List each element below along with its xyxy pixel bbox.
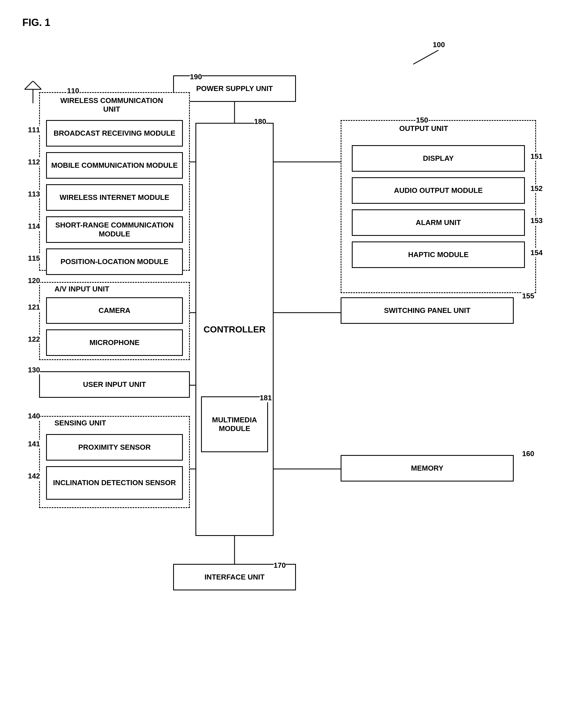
ref-154: 154	[530, 249, 543, 257]
camera-box: CAMERA	[46, 297, 183, 324]
ref-181: 181	[260, 394, 272, 402]
wireless-internet-box: WIRELESS INTERNET MODULE	[46, 184, 183, 211]
ref-122: 122	[28, 335, 40, 344]
ref-141: 141	[28, 440, 40, 448]
output-label: OUTPUT UNIT	[399, 124, 448, 133]
user-input-box: USER INPUT UNIT	[39, 371, 190, 398]
ref-140: 140	[28, 412, 40, 420]
audio-output-box: AUDIO OUTPUT MODULE	[352, 177, 525, 204]
controller-box: CONTROLLER	[195, 123, 274, 536]
ref-151: 151	[530, 152, 543, 161]
ref-155: 155	[522, 292, 534, 300]
sensing-label: SENSING UNIT	[55, 419, 106, 427]
broadcast-box: BROADCAST RECEIVING MODULE	[46, 120, 183, 147]
ref-115: 115	[28, 254, 40, 263]
alarm-box: ALARM UNIT	[352, 209, 525, 236]
short-range-box: SHORT-RANGE COMMUNICATION MODULE	[46, 216, 183, 243]
switching-panel-box: SWITCHING PANEL UNIT	[341, 297, 514, 324]
ref-121: 121	[28, 303, 40, 312]
ref-170: 170	[274, 561, 286, 570]
multimedia-box: MULTIMEDIA MODULE	[201, 396, 268, 452]
ref-142: 142	[28, 472, 40, 480]
ref-110: 110	[67, 86, 79, 95]
ref-180: 180	[254, 117, 266, 126]
display-box: DISPLAY	[352, 145, 525, 172]
ref-190: 190	[190, 72, 202, 81]
microphone-box: MICROPHONE	[46, 330, 183, 356]
ref-150: 150	[416, 116, 428, 125]
ref-160: 160	[522, 449, 534, 458]
ref-113: 113	[28, 190, 40, 198]
wireless-comm-label: WIRELESS COMMUNICATION UNIT	[56, 96, 168, 113]
antenna-icon	[25, 81, 41, 103]
ref-153: 153	[530, 216, 543, 225]
svg-marker-13	[25, 81, 41, 89]
memory-box: MEMORY	[341, 455, 514, 482]
haptic-box: HAPTIC MODULE	[352, 241, 525, 268]
ref-100: 100	[433, 41, 445, 49]
ref-130: 130	[28, 366, 40, 374]
position-location-box: POSITION-LOCATION MODULE	[46, 249, 183, 275]
ref-152: 152	[530, 184, 543, 193]
svg-line-11	[413, 50, 438, 64]
proximity-box: PROXIMITY SENSOR	[46, 434, 183, 461]
mobile-comm-box: MOBILE COMMUNICATION MODULE	[46, 152, 183, 178]
ref-120: 120	[28, 276, 40, 285]
ref-112: 112	[28, 158, 40, 166]
figure-title: FIG. 1	[22, 17, 50, 28]
ref-114: 114	[28, 222, 40, 231]
ref-111: 111	[28, 126, 40, 134]
inclination-box: INCLINATION DETECTION SENSOR	[46, 466, 183, 500]
av-input-label: A/V INPUT UNIT	[55, 285, 109, 293]
wireless-comm-dashed	[39, 92, 190, 271]
